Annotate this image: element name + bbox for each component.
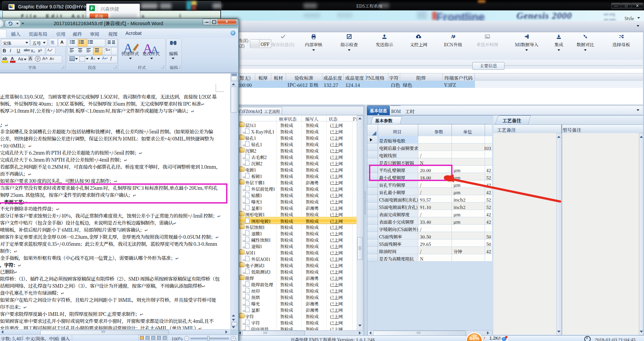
svg-text:A: A xyxy=(451,34,454,39)
